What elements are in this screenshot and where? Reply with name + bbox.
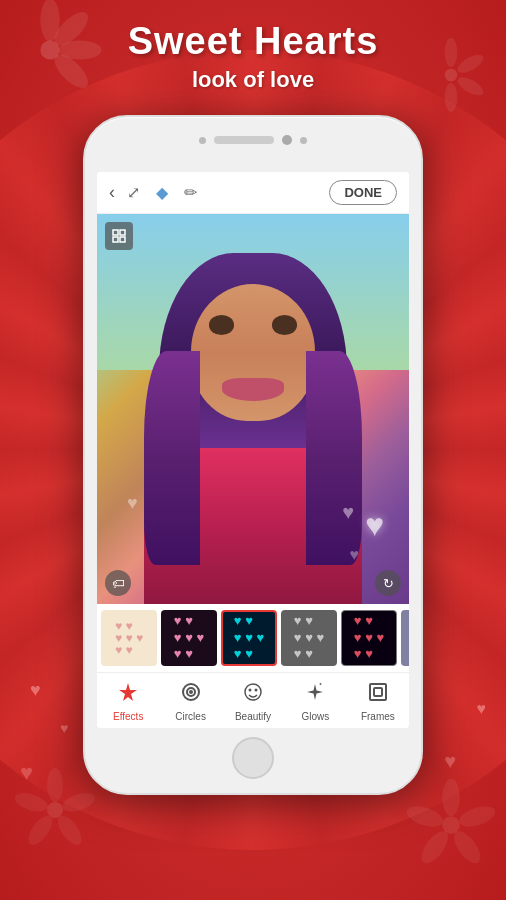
glows-icon [304,681,326,709]
phone-home-button[interactable] [232,737,274,779]
phone-top-bar [199,135,307,145]
frames-label: Frames [361,711,395,722]
circles-icon [180,681,202,709]
heart-effect-3: ♥ [350,546,360,564]
frames-icon [367,681,389,709]
glows-label: Glows [302,711,330,722]
svg-point-20 [404,802,445,830]
nav-circles[interactable]: Circles [159,673,221,728]
svg-point-21 [442,816,460,834]
svg-rect-22 [113,230,118,235]
flower-decoration-br [396,770,506,880]
bg-heart-2: ♥ [60,720,68,736]
nav-effects[interactable]: Effects [97,673,159,728]
title-area: Sweet Hearts look of love [0,20,506,93]
overlay-tag-icon[interactable]: 🏷 [105,570,131,596]
done-button[interactable]: DONE [329,180,397,205]
phone-mockup: ‹ ⤢ ◆ ✏ DONE [83,115,423,795]
svg-point-14 [13,789,50,815]
beautify-icon [242,681,264,709]
svg-point-11 [60,789,97,815]
heart-effect-4: ♥ [127,493,138,514]
svg-marker-26 [119,683,137,701]
effects-icon [117,681,139,709]
bg-heart-1: ♥ [30,680,41,701]
bg-heart-5: ♥ [444,750,456,773]
eye-right [272,315,297,335]
svg-point-10 [47,768,63,802]
phone-dot-right [300,137,307,144]
svg-rect-36 [374,688,382,696]
circles-label: Circles [175,711,206,722]
thumbnail-light[interactable]: ♥ ♥♥ ♥ ♥♥ ♥ [401,610,409,666]
svg-point-29 [190,691,192,693]
overlay-square-icon[interactable] [105,222,133,250]
svg-point-31 [249,689,252,692]
svg-marker-34 [319,683,322,686]
diamond-icon[interactable]: ◆ [156,183,168,202]
svg-point-16 [442,779,460,816]
phone-screen: ‹ ⤢ ◆ ✏ DONE [97,172,409,728]
thumbnail-dark-red[interactable]: ♥ ♥♥ ♥ ♥♥ ♥ [341,610,397,666]
heart-effect-1: ♥ [365,507,384,544]
toolbar: ‹ ⤢ ◆ ✏ DONE [97,172,409,214]
phone-dot-left [199,137,206,144]
thumbnail-teal-selected[interactable]: ♥ ♥♥ ♥ ♥♥ ♥ [221,610,277,666]
photo-image: ♥ ♥ ♥ ♥ [97,214,409,604]
nav-beautify[interactable]: Beautify [222,673,284,728]
edit-icon[interactable]: ✏ [184,183,197,202]
hair-right [306,351,362,566]
bg-heart-3: ♥ [20,760,33,786]
svg-rect-25 [120,237,125,242]
svg-marker-33 [307,684,323,700]
heart-effect-2: ♥ [342,501,354,524]
effects-label: Effects [113,711,143,722]
svg-rect-35 [370,684,386,700]
thumbnail-dark-pink[interactable]: ♥ ♥♥ ♥ ♥♥ ♥ [161,610,217,666]
back-button[interactable]: ‹ [109,182,115,203]
svg-rect-24 [113,237,118,242]
crop-icon[interactable]: ⤢ [127,183,140,202]
svg-point-17 [457,802,498,830]
thumbnails-strip: ♥ ♥♥ ♥ ♥♥ ♥ ♥ ♥♥ ♥ ♥♥ ♥ ♥ ♥♥ ♥ ♥♥ ♥ [97,604,409,672]
main-title: Sweet Hearts [0,20,506,63]
photo-area: ♥ ♥ ♥ ♥ 🏷 ↻ [97,214,409,604]
bottom-nav: Effects Circles [97,672,409,728]
hair-left [144,351,200,566]
overlay-rotate-icon[interactable]: ↻ [375,570,401,596]
sub-title: look of love [0,67,506,93]
beautify-label: Beautify [235,711,271,722]
thumbnail-gray[interactable]: ♥ ♥♥ ♥ ♥♥ ♥ [281,610,337,666]
background: ♥ ♥ ♥ ♥ ♥ Sweet Hearts look of love ‹ ⤢ … [0,0,506,900]
svg-point-32 [255,689,258,692]
eye-left [209,315,234,335]
svg-point-15 [47,802,63,818]
phone-speaker [214,136,274,144]
bg-heart-4: ♥ [477,700,487,718]
toolbar-icons: ⤢ ◆ ✏ [127,183,329,202]
nav-frames[interactable]: Frames [347,673,409,728]
phone-camera [282,135,292,145]
thumbnail-default[interactable]: ♥ ♥♥ ♥ ♥♥ ♥ [101,610,157,666]
svg-rect-23 [120,230,125,235]
nav-glows[interactable]: Glows [284,673,346,728]
